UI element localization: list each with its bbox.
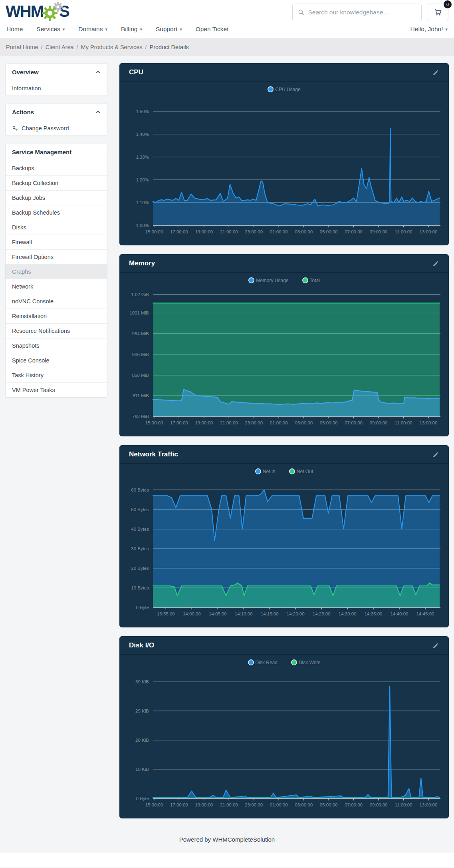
svg-text:1.30%: 1.30% <box>136 155 149 159</box>
svg-text:13:00:00: 13:00:00 <box>420 420 438 425</box>
overview-card-header[interactable]: Overview <box>6 64 107 81</box>
svg-text:14:20:00: 14:20:00 <box>287 611 305 616</box>
sidebar-item-vm-power-tasks[interactable]: VM Power Tasks <box>6 382 107 397</box>
svg-text:01:00:00: 01:00:00 <box>270 802 288 807</box>
search-input[interactable] <box>308 9 416 16</box>
sidebar-item-label: Spice Console <box>12 357 50 364</box>
svg-text:1.50%: 1.50% <box>136 109 149 114</box>
panel-header: CPU <box>119 63 449 82</box>
sidebar-item-network[interactable]: Network <box>6 279 107 294</box>
svg-text:29 KiB: 29 KiB <box>135 709 149 713</box>
svg-text:01:00:00: 01:00:00 <box>270 420 288 425</box>
svg-text:14:15:00: 14:15:00 <box>261 611 279 616</box>
svg-text:19:00:00: 19:00:00 <box>195 802 213 807</box>
legend-label: Total <box>310 278 320 283</box>
breadcrumb-my-products[interactable]: My Products & Services <box>81 44 143 50</box>
nav-item-home[interactable]: Home <box>6 26 23 33</box>
sidebar-item-task-history[interactable]: Task History <box>6 368 107 382</box>
sidebar-item-label: Backup Collection <box>12 180 58 186</box>
logo-text-whm: WHM <box>6 3 43 19</box>
sidebar-item-backups[interactable]: Backups <box>6 161 107 175</box>
svg-text:14:30:00: 14:30:00 <box>339 611 357 616</box>
sidebar-item-label: Task History <box>12 372 44 378</box>
sidebar-item-firewall[interactable]: Firewall <box>6 235 107 249</box>
nav-item-domains[interactable]: Domains▾ <box>78 26 107 33</box>
chart-legend: Memory UsageTotal <box>119 273 449 285</box>
sidebar-item-snapshots[interactable]: Snapshots <box>6 338 107 353</box>
sidebar-item-backup-schedules[interactable]: Backup Schedules <box>6 205 107 220</box>
sidebar-item-label: Graphs <box>12 269 31 275</box>
sidebar-item-label: Information <box>12 85 41 92</box>
greeting-label: Hello, John! <box>410 26 443 33</box>
sidebar-item-backup-jobs[interactable]: Backup Jobs <box>6 190 107 205</box>
sidebar-item-graphs[interactable]: Graphs <box>6 264 107 279</box>
nav-item-open-ticket[interactable]: Open Ticket <box>196 26 229 33</box>
edit-icon[interactable] <box>432 260 439 267</box>
actions-card-header[interactable]: Actions <box>6 104 107 121</box>
panel-title: Memory <box>129 259 155 267</box>
legend-item[interactable]: CPU Usage <box>268 86 300 92</box>
search-icon <box>298 9 304 16</box>
legend-item[interactable]: Disk Write <box>291 659 320 665</box>
edit-icon[interactable] <box>432 69 439 76</box>
edit-icon[interactable] <box>432 451 439 458</box>
breadcrumb-client-area[interactable]: Client Area <box>46 44 74 50</box>
svg-text:19:00:00: 19:00:00 <box>195 229 213 234</box>
chart-area: 1.02 GiB1001 MiB954 MiB906 MiB858 MiB811… <box>119 285 449 436</box>
svg-text:11:00:00: 11:00:00 <box>395 229 412 234</box>
legend-item[interactable]: Total <box>302 277 320 283</box>
svg-text:21:00:00: 21:00:00 <box>220 229 238 234</box>
svg-text:21:00:00: 21:00:00 <box>220 802 238 807</box>
footer-text: Powered by WHMCompleteSolution <box>0 827 454 853</box>
legend-item[interactable]: Memory Usage <box>248 277 288 283</box>
svg-text:20 Bytes: 20 Bytes <box>131 566 149 571</box>
svg-text:15:00:00: 15:00:00 <box>145 802 163 807</box>
sidebar-item-disks[interactable]: Disks <box>6 220 107 235</box>
legend-item[interactable]: Net In <box>255 468 276 474</box>
svg-text:14:35:00: 14:35:00 <box>365 611 383 616</box>
svg-text:1.02 GiB: 1.02 GiB <box>131 292 149 297</box>
svg-text:906 MiB: 906 MiB <box>132 352 149 357</box>
legend-item[interactable]: Disk Read <box>248 659 278 665</box>
chevron-up-icon <box>95 109 101 115</box>
key-icon <box>12 125 18 131</box>
svg-text:10 Bytes: 10 Bytes <box>131 585 149 590</box>
cart-count-badge: 0 <box>444 0 452 8</box>
svg-text:14:40:00: 14:40:00 <box>391 611 408 616</box>
sidebar-item-firewall-options[interactable]: Firewall Options <box>6 249 107 264</box>
sidebar-item-novnc-console[interactable]: noVNC Console <box>6 294 107 309</box>
legend-dot <box>302 277 308 283</box>
svg-text:13:00:00: 13:00:00 <box>420 802 438 807</box>
svg-text:17:00:00: 17:00:00 <box>170 229 188 234</box>
breadcrumb-separator: / <box>77 44 78 50</box>
account-menu[interactable]: Hello, John!▾ <box>410 26 448 33</box>
whmcs-logo[interactable]: WHM <box>6 3 69 22</box>
caret-down-icon: ▾ <box>445 27 448 32</box>
caret-down-icon: ▾ <box>180 27 182 32</box>
breadcrumb-portal-home[interactable]: Portal Home <box>6 44 38 50</box>
svg-text:763 MiB: 763 MiB <box>132 414 149 419</box>
cart-button[interactable]: 0 <box>428 4 448 21</box>
legend-item[interactable]: Net Out <box>289 468 313 474</box>
sidebar-item-backup-collection[interactable]: Backup Collection <box>6 175 107 190</box>
svg-text:05:00:00: 05:00:00 <box>320 420 338 425</box>
sidebar-item-spice-console[interactable]: Spice Console <box>6 353 107 368</box>
sidebar-item-label: Reinstallation <box>12 313 47 319</box>
sidebar-item-label: Change Password <box>22 125 69 131</box>
chart-legend: Disk ReadDisk Write <box>119 655 449 667</box>
nav-item-support[interactable]: Support▾ <box>156 26 182 33</box>
sidebar-item-reinstallation[interactable]: Reinstallation <box>6 309 107 323</box>
sidebar-item-change-password[interactable]: Change Password <box>6 121 107 135</box>
legend-dot <box>291 659 297 665</box>
nav-item-services[interactable]: Services▾ <box>36 26 65 33</box>
caret-down-icon: ▾ <box>105 27 108 32</box>
sidebar-item-resource-notifications[interactable]: Resource Notifications <box>6 323 107 338</box>
network-traffic-panel: Network Traffic Net InNet Out 60 Bytes50… <box>119 445 449 627</box>
svg-text:0 Byte: 0 Byte <box>136 605 149 610</box>
nav-item-billing[interactable]: Billing▾ <box>121 26 142 33</box>
sidebar-item-information[interactable]: Information <box>6 81 107 96</box>
svg-text:14:00:00: 14:00:00 <box>183 611 201 616</box>
edit-icon[interactable] <box>432 642 439 649</box>
svg-text:23:00:00: 23:00:00 <box>245 802 263 807</box>
search-box <box>292 4 422 21</box>
